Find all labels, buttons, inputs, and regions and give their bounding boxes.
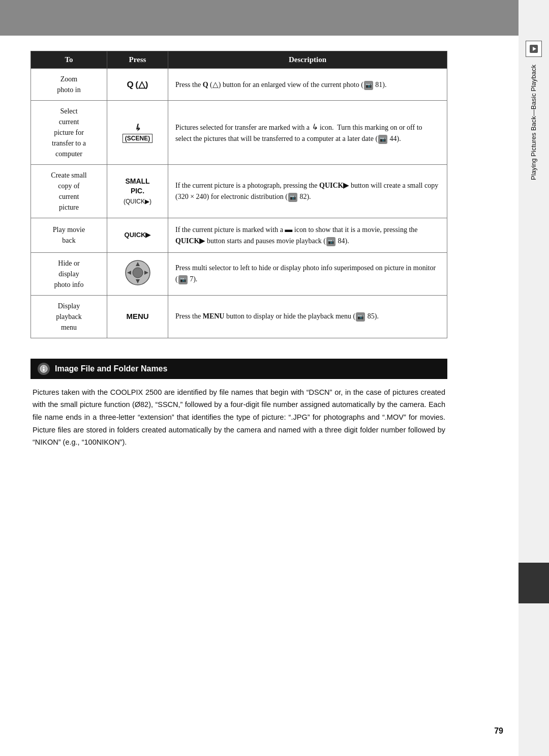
row-press-photoinfo xyxy=(107,252,168,295)
svg-point-1 xyxy=(133,268,143,278)
section-title: Image File and Folder Names xyxy=(55,364,167,373)
section-body: Pictures taken with the COOLPIX 2500 are… xyxy=(30,386,447,449)
header-description: Description xyxy=(168,51,447,69)
sidebar-label: Playing Pictures Back—Basic Playback xyxy=(529,65,538,180)
header-to: To xyxy=(31,51,107,69)
sidebar: Playing Pictures Back—Basic Playback xyxy=(518,0,549,756)
row-desc-transfer: Pictures selected for transfer are marke… xyxy=(168,101,447,165)
table-row: Selectcurrentpicture fortransfer to acom… xyxy=(31,101,447,165)
main-content: To Press Description Zoomphoto in Q (△) … xyxy=(0,36,478,464)
row-desc-smallpic: If the current picture is a photograph, … xyxy=(168,165,447,218)
row-to-photoinfo: Hide ordisplayphoto info xyxy=(31,252,107,295)
image-file-section: Image File and Folder Names Pictures tak… xyxy=(30,359,447,449)
row-to-transfer: Selectcurrentpicture fortransfer to acom… xyxy=(31,101,107,165)
table-row: Play movieback QUICK▶ If the current pic… xyxy=(31,218,447,253)
row-to-zoom: Zoomphoto in xyxy=(31,69,107,101)
row-press-transfer: ↳ (SCENE) xyxy=(107,101,168,165)
row-desc-photoinfo: Press multi selector to left to hide or … xyxy=(168,252,447,295)
section-header: Image File and Folder Names xyxy=(30,359,447,379)
top-bar xyxy=(0,0,549,36)
small-pic-button-icon: SMALLPIC. (QUICK▶) xyxy=(124,177,151,205)
row-to-movie: Play movieback xyxy=(31,218,107,253)
svg-rect-8 xyxy=(43,368,45,371)
row-desc-zoom: Press the Q (△) button for an enlarged v… xyxy=(168,69,447,101)
page-number: 79 xyxy=(494,726,503,736)
sidebar-dark-block xyxy=(518,563,549,603)
row-desc-movie: If the current picture is marked with a … xyxy=(168,218,447,253)
table-row: Zoomphoto in Q (△) Press the Q (△) butto… xyxy=(31,69,447,101)
table-row: Hide ordisplayphoto info xyxy=(31,252,447,295)
scene-button-icon: ↳ (SCENE) xyxy=(123,125,152,141)
table-row: Displayplaybackmenu MENU Press the MENU … xyxy=(31,295,447,338)
row-press-smallpic: SMALLPIC. (QUICK▶) xyxy=(107,165,168,218)
row-desc-menu: Press the MENU button to display or hide… xyxy=(168,295,447,338)
svg-point-7 xyxy=(43,366,45,368)
playback-table: To Press Description Zoomphoto in Q (△) … xyxy=(30,51,447,338)
header-press: Press xyxy=(107,51,168,69)
row-press-menu: MENU xyxy=(107,295,168,338)
menu-button-icon: MENU xyxy=(126,312,148,321)
row-press-zoom: Q (△) xyxy=(107,69,168,101)
quick-button-icon: QUICK▶ xyxy=(125,231,151,239)
row-to-menu: Displayplaybackmenu xyxy=(31,295,107,338)
section-icon xyxy=(38,363,50,375)
sidebar-playback-icon xyxy=(526,41,542,57)
multi-selector-icon xyxy=(125,259,151,286)
row-press-movie: QUICK▶ xyxy=(107,218,168,253)
row-to-smallpic: Create smallcopy ofcurrentpicture xyxy=(31,165,107,218)
table-row: Create smallcopy ofcurrentpicture SMALLP… xyxy=(31,165,447,218)
zoom-button-icon: Q (△) xyxy=(127,80,148,90)
